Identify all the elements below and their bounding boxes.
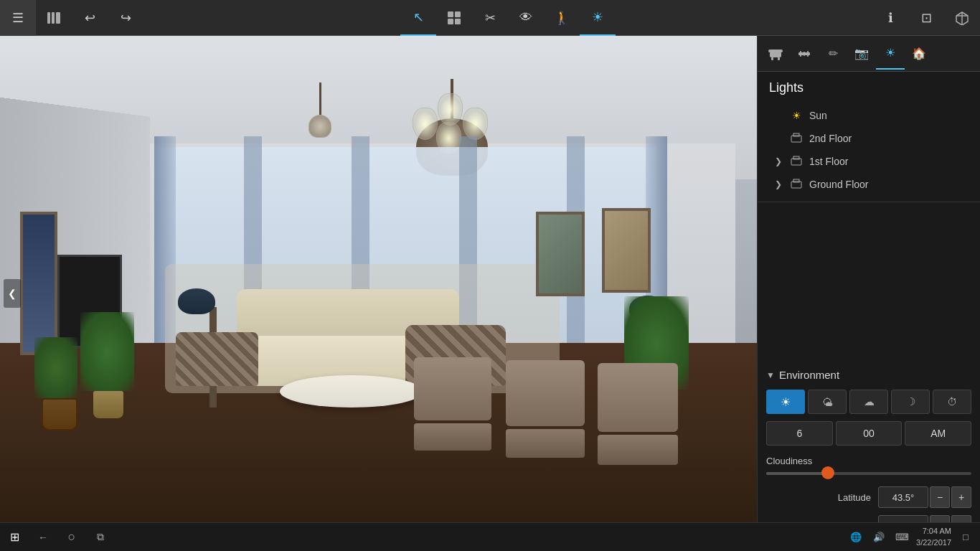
2nd-floor-label: 2nd Floor	[809, 133, 852, 144]
svg-rect-3	[448, 11, 453, 17]
task-view-button[interactable]: ⧉	[86, 523, 115, 552]
clock-time: 7:04 AM	[916, 526, 951, 537]
dining-chair-3	[598, 363, 678, 465]
latitude-plus-btn[interactable]: +	[951, 486, 971, 508]
info-icon[interactable]: ℹ	[872, 0, 908, 36]
ground-floor-label: Ground Floor	[809, 179, 868, 190]
armchair-1	[176, 332, 258, 386]
time-row: 6 00 AM	[766, 421, 971, 446]
cloudiness-slider[interactable]	[766, 472, 971, 475]
start-button[interactable]: ⊞	[0, 523, 29, 552]
select-icon[interactable]: ↖	[400, 0, 436, 36]
environment-header[interactable]: ▼ Environment	[766, 369, 971, 381]
weather-btn-clock[interactable]: ⏱	[933, 390, 971, 414]
1st-floor-icon	[789, 154, 804, 169]
home-panel-icon[interactable]: 🏠	[905, 38, 933, 70]
dining-chair-1	[414, 357, 491, 451]
cortana-button[interactable]: ○	[57, 523, 86, 552]
env-collapse-icon: ▼	[766, 370, 775, 380]
top-toolbar: ☰ ↩ ↪ ↖ ✂ 👁 🚶 ☀ ℹ ⊡	[0, 0, 980, 36]
keyboard-icon[interactable]: ⌨	[893, 529, 910, 546]
dining-chair-2	[506, 360, 585, 458]
objects-icon[interactable]	[436, 0, 472, 36]
latitude-input[interactable]: 43.5°	[878, 486, 928, 508]
cube-icon[interactable]	[944, 0, 980, 36]
latitude-minus-btn[interactable]: −	[930, 486, 950, 508]
weather-btn-clear-day[interactable]: ☀	[766, 390, 805, 414]
network-icon[interactable]: 🌐	[847, 529, 864, 546]
artwork-1	[20, 212, 57, 355]
light-item-ground-floor[interactable]: ❯ Ground Floor	[769, 173, 969, 196]
svg-rect-4	[455, 11, 461, 17]
light-item-sun[interactable]: ☀ Sun	[769, 104, 969, 127]
time-ampm-input[interactable]: AM	[905, 421, 971, 446]
light-item-2nd-floor[interactable]: 2nd Floor	[769, 127, 969, 150]
svg-rect-10	[770, 52, 781, 57]
weather-btn-cloudy[interactable]: ☁	[849, 390, 888, 414]
svg-rect-0	[47, 12, 50, 24]
cloudiness-thumb[interactable]	[821, 466, 834, 479]
svg-rect-11	[771, 57, 773, 60]
lights-section: Lights ☀ Sun 2nd Floor ❯	[758, 72, 980, 202]
volume-icon[interactable]: 🔊	[870, 529, 887, 546]
weather-btn-night[interactable]: ☽	[891, 390, 930, 414]
redo-icon[interactable]: ↪	[108, 0, 143, 36]
time-hour-input[interactable]: 6	[766, 421, 833, 446]
sun-toolbar-icon[interactable]: ☀	[580, 0, 616, 36]
right-panel: ✏ 📷 ☀ 🏠 Lights ☀ Sun 2nd Floor ❯	[757, 36, 980, 551]
svg-rect-12	[778, 57, 780, 60]
back-button[interactable]: ←	[29, 523, 57, 552]
latitude-label: Latitude	[766, 492, 878, 503]
measure-panel-icon[interactable]	[790, 38, 819, 70]
menu-icon[interactable]: ☰	[0, 0, 36, 36]
taskbar-right: 🌐 🔊 ⌨ 7:04 AM 3/22/2017 □	[847, 526, 980, 548]
1st-floor-expand-arrow[interactable]: ❯	[775, 156, 786, 166]
scissors-icon[interactable]: ✂	[472, 0, 508, 36]
light-item-1st-floor[interactable]: ❯ 1st Floor	[769, 150, 969, 173]
ground-floor-icon	[789, 177, 804, 192]
svg-rect-1	[52, 12, 55, 24]
panel-icon-bar: ✏ 📷 ☀ 🏠	[758, 36, 980, 72]
panel-spacer	[758, 202, 980, 362]
svg-rect-16	[807, 51, 809, 57]
clock-date: 3/22/2017	[916, 537, 951, 548]
svg-rect-2	[56, 12, 60, 24]
2nd-floor-icon	[789, 131, 804, 146]
svg-rect-5	[448, 19, 453, 24]
walk-icon[interactable]: 🚶	[544, 0, 580, 36]
artwork-3	[602, 208, 651, 293]
svg-rect-15	[800, 51, 801, 57]
viewport[interactable]: ❮	[0, 36, 757, 551]
latitude-row: Latitude 43.5° − +	[766, 486, 971, 508]
library-icon[interactable]	[36, 0, 72, 36]
paint-panel-icon[interactable]: ✏	[819, 38, 847, 70]
undo-icon[interactable]: ↩	[72, 0, 108, 36]
svg-rect-13	[768, 50, 783, 52]
sun-label: Sun	[809, 110, 827, 121]
artwork-2	[536, 212, 585, 296]
notification-icon[interactable]: □	[957, 529, 974, 546]
coffee-table	[280, 375, 423, 408]
svg-rect-6	[455, 19, 461, 24]
time-minutes-input[interactable]: 00	[836, 421, 903, 446]
lights-title: Lights	[769, 80, 969, 95]
environment-title: Environment	[779, 369, 839, 381]
camera-panel-icon[interactable]: 📷	[847, 38, 876, 70]
furniture-panel-icon[interactable]	[761, 38, 790, 70]
weather-button-row: ☀ 🌤 ☁ ☽ ⏱	[766, 390, 971, 414]
1st-floor-label: 1st Floor	[809, 156, 848, 167]
layout-icon[interactable]: ⊡	[908, 0, 944, 36]
sun-panel-icon[interactable]: ☀	[876, 38, 905, 70]
nav-arrow-left[interactable]: ❮	[4, 279, 21, 308]
cloudiness-label: Cloudiness	[766, 456, 971, 466]
cloudiness-fill	[766, 472, 828, 475]
plant-basket	[42, 337, 77, 430]
weather-btn-sunny[interactable]: 🌤	[808, 390, 847, 414]
svg-rect-17	[804, 52, 805, 56]
ground-floor-expand-arrow[interactable]: ❯	[775, 179, 786, 189]
taskbar-clock[interactable]: 7:04 AM 3/22/2017	[916, 526, 951, 548]
eye-icon[interactable]: 👁	[508, 0, 544, 36]
floor-lamp-shade-1	[178, 288, 215, 314]
plant-large	[93, 312, 134, 418]
taskbar: ⊞ ← ○ ⧉ 🌐 🔊 ⌨ 7:04 AM 3/22/2017 □	[0, 522, 980, 551]
